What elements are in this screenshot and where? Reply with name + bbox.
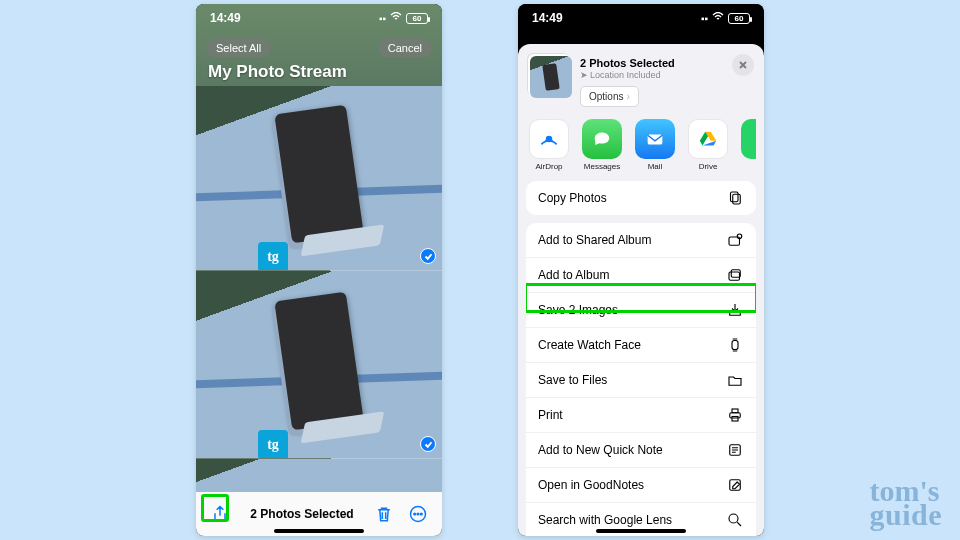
phone-left-photos: 14:49 ▪▪ 60 Select All Cancel My Photo S…	[196, 4, 442, 536]
svg-rect-13	[730, 413, 741, 418]
action-add-album[interactable]: Add to Album	[526, 258, 756, 293]
svg-rect-12	[732, 340, 738, 349]
more-button[interactable]	[408, 504, 428, 524]
close-button[interactable]	[732, 54, 754, 76]
wifi-icon	[712, 12, 724, 24]
action-copy-photos[interactable]: Copy Photos	[526, 181, 756, 215]
selected-check-icon	[420, 436, 436, 452]
svg-rect-5	[648, 134, 663, 144]
app-mail[interactable]: Mail	[634, 119, 676, 171]
app-extra[interactable]: W	[740, 119, 756, 171]
svg-rect-10	[729, 272, 740, 280]
app-drive[interactable]: Drive	[687, 119, 729, 171]
home-indicator	[274, 529, 364, 533]
phone-right-share-sheet: 14:49 ▪▪ 60 2 Photos Selected ➤ Location…	[518, 4, 764, 536]
shared-album-icon	[726, 231, 744, 249]
album-title: My Photo Stream	[208, 62, 347, 82]
messages-icon	[591, 128, 613, 150]
share-button[interactable]	[210, 504, 230, 524]
svg-point-3	[421, 513, 423, 515]
airdrop-icon	[536, 126, 562, 152]
wifi-icon	[390, 12, 402, 24]
signal-icon: ▪▪	[379, 13, 386, 24]
photo-thumbnail[interactable]: tg	[196, 271, 442, 459]
svg-rect-6	[731, 192, 739, 202]
svg-point-1	[414, 513, 416, 515]
chevron-right-icon: ›	[626, 90, 629, 103]
app-messages[interactable]: Messages	[581, 119, 623, 171]
action-save-images[interactable]: Save 2 Images	[526, 293, 756, 328]
svg-rect-7	[733, 194, 741, 204]
share-thumbnail	[530, 56, 572, 98]
action-watch-face[interactable]: Create Watch Face	[526, 328, 756, 363]
trash-button[interactable]	[374, 504, 394, 524]
save-icon	[726, 301, 744, 319]
watch-icon	[726, 336, 744, 354]
action-save-files[interactable]: Save to Files	[526, 363, 756, 398]
svg-point-18	[729, 514, 738, 523]
svg-point-2	[417, 513, 419, 515]
battery-icon: 60	[728, 13, 750, 24]
album-icon	[726, 266, 744, 284]
share-apps-row[interactable]: AirDrop Messages Mail Drive	[526, 113, 756, 179]
note-icon	[726, 441, 744, 459]
goodnotes-icon	[726, 476, 744, 494]
status-time: 14:49	[532, 11, 563, 25]
select-all-button[interactable]: Select All	[206, 38, 271, 58]
photo-thumbnail[interactable]: tg	[196, 86, 442, 271]
svg-rect-11	[731, 270, 740, 278]
drive-icon	[697, 128, 719, 150]
share-sheet: 2 Photos Selected ➤ Location Included Op…	[518, 44, 764, 536]
share-subtitle: ➤ Location Included	[580, 70, 675, 82]
search-icon	[726, 511, 744, 529]
selected-check-icon	[420, 248, 436, 264]
copy-icon	[726, 189, 744, 207]
app-airdrop[interactable]: AirDrop	[528, 119, 570, 171]
cancel-button[interactable]: Cancel	[378, 38, 432, 58]
mail-icon	[644, 128, 666, 150]
photo-grid: tg tg	[196, 86, 442, 492]
home-indicator	[596, 529, 686, 533]
status-right: ▪▪ 60	[379, 12, 428, 24]
svg-rect-14	[732, 409, 738, 413]
status-bar: 14:49 ▪▪ 60	[196, 4, 442, 32]
print-icon	[726, 406, 744, 424]
selection-count: 2 Photos Selected	[250, 507, 353, 521]
status-right: ▪▪ 60	[701, 12, 750, 24]
folder-icon	[726, 371, 744, 389]
signal-icon: ▪▪	[701, 13, 708, 24]
toms-guide-logo: tom's guide	[869, 479, 942, 528]
action-quick-note[interactable]: Add to New Quick Note	[526, 433, 756, 468]
battery-icon: 60	[406, 13, 428, 24]
location-arrow-icon: ➤	[580, 70, 588, 82]
action-add-shared-album[interactable]: Add to Shared Album	[526, 223, 756, 258]
status-time: 14:49	[210, 11, 241, 25]
share-title: 2 Photos Selected	[580, 56, 675, 70]
svg-rect-15	[732, 416, 738, 421]
options-button[interactable]: Options ›	[580, 86, 639, 107]
action-goodnotes[interactable]: Open in GoodNotes	[526, 468, 756, 503]
status-bar: 14:49 ▪▪ 60	[518, 4, 764, 32]
action-print[interactable]: Print	[526, 398, 756, 433]
